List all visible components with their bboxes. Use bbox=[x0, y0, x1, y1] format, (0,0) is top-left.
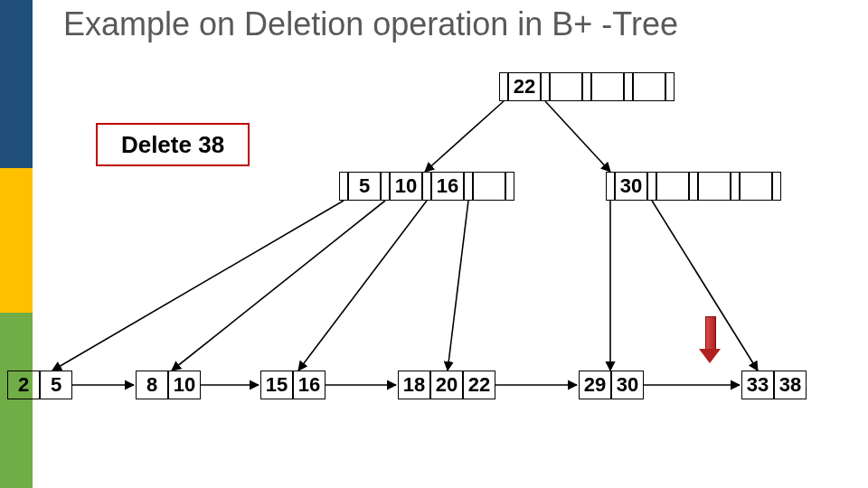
key: 16 bbox=[293, 371, 326, 399]
key: 10 bbox=[168, 371, 201, 399]
key: 33 bbox=[741, 371, 774, 399]
node-root: 22 bbox=[499, 72, 675, 101]
node-leaf1: 2 5 bbox=[7, 371, 72, 399]
node-leaf2: 8 10 bbox=[136, 371, 201, 399]
key: 20 bbox=[430, 371, 463, 399]
ptr bbox=[505, 172, 514, 201]
key: 5 bbox=[40, 371, 72, 399]
key: 22 bbox=[508, 72, 541, 101]
key bbox=[591, 72, 624, 101]
key: 29 bbox=[579, 371, 611, 399]
key: 38 bbox=[774, 371, 807, 399]
ptr bbox=[665, 72, 675, 101]
ptr bbox=[731, 172, 740, 201]
ptr bbox=[381, 172, 390, 201]
svg-line-5 bbox=[448, 201, 468, 371]
key bbox=[698, 172, 731, 201]
key: 30 bbox=[615, 172, 647, 201]
key bbox=[633, 72, 665, 101]
stripe-green bbox=[0, 313, 33, 488]
node-leaf4: 18 20 22 bbox=[398, 371, 495, 399]
key: 18 bbox=[398, 371, 430, 399]
key bbox=[550, 72, 582, 101]
ptr bbox=[464, 172, 473, 201]
slide: Example on Deletion operation in B+ -Tre… bbox=[0, 0, 868, 488]
ptr bbox=[689, 172, 698, 201]
page-title: Example on Deletion operation in B+ -Tre… bbox=[63, 5, 678, 43]
stripe-yellow bbox=[0, 168, 33, 313]
ptr bbox=[499, 72, 508, 101]
node-leaf6: 33 38 bbox=[741, 371, 807, 399]
key: 10 bbox=[390, 172, 422, 201]
node-mid-right: 30 bbox=[606, 172, 781, 201]
svg-line-1 bbox=[545, 101, 610, 172]
ptr bbox=[541, 72, 550, 101]
key: 30 bbox=[611, 371, 644, 399]
key bbox=[656, 172, 689, 201]
svg-line-4 bbox=[298, 201, 427, 371]
node-leaf3: 15 16 bbox=[260, 371, 326, 399]
svg-line-0 bbox=[425, 101, 504, 172]
ptr bbox=[582, 72, 591, 101]
key bbox=[473, 172, 505, 201]
ptr bbox=[422, 172, 431, 201]
key: 8 bbox=[136, 371, 168, 399]
tree-edges bbox=[0, 0, 868, 488]
stripe-blue bbox=[0, 0, 33, 168]
svg-line-2 bbox=[52, 201, 344, 371]
svg-line-3 bbox=[172, 201, 385, 371]
ptr bbox=[606, 172, 615, 201]
ptr bbox=[339, 172, 348, 201]
key: 2 bbox=[7, 371, 40, 399]
key: 5 bbox=[348, 172, 381, 201]
ptr bbox=[772, 172, 781, 201]
key: 16 bbox=[431, 172, 464, 201]
key: 22 bbox=[463, 371, 495, 399]
deletion-arrow-icon bbox=[702, 316, 718, 361]
key: 15 bbox=[260, 371, 293, 399]
ptr bbox=[647, 172, 656, 201]
ptr bbox=[624, 72, 633, 101]
node-leaf5: 29 30 bbox=[579, 371, 644, 399]
node-mid-left: 5 10 16 bbox=[339, 172, 514, 201]
key bbox=[740, 172, 772, 201]
delete-label: Delete 38 bbox=[96, 123, 250, 166]
